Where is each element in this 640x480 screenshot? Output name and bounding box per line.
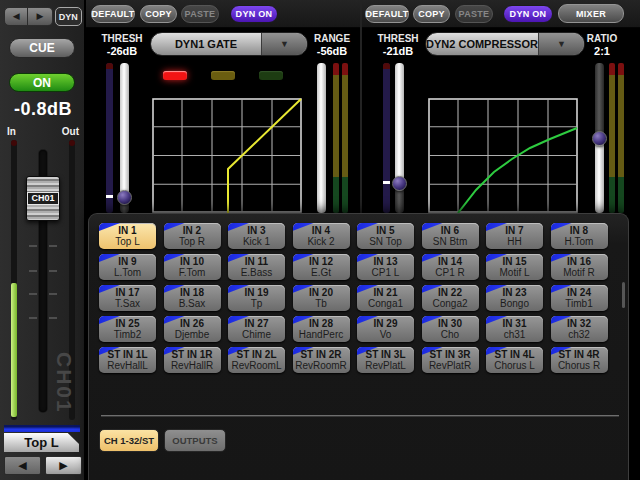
- panel-scrollbar[interactable]: [622, 282, 625, 308]
- channel-button-in-2[interactable]: IN 2Top R: [164, 223, 221, 249]
- channel-name: Bongo: [500, 298, 529, 309]
- next-channel-button[interactable]: ▶: [28, 7, 52, 26]
- fader-scale-tick: [49, 293, 57, 295]
- channel-button-in-18[interactable]: IN 18B.Sax: [164, 285, 221, 311]
- channel-button-in-21[interactable]: IN 21Conga1: [357, 285, 414, 311]
- channel-button-in-14[interactable]: IN 14CP1 R: [422, 254, 479, 280]
- channel-button-in-15[interactable]: IN 15Motif L: [486, 254, 543, 280]
- channel-id: ST IN 1R: [171, 349, 212, 360]
- dyn1-range-slider-track[interactable]: [317, 63, 326, 213]
- channel-button-in-29[interactable]: IN 29Vo: [357, 316, 414, 342]
- channel-color-tag: [99, 223, 120, 231]
- channel-button-in-12[interactable]: IN 12E.Gt: [293, 254, 350, 280]
- channel-name: ch31: [504, 329, 526, 340]
- dyn1-thresh-knob[interactable]: [117, 190, 132, 205]
- channel-button-st-in-3l[interactable]: ST IN 3LRevPlatL: [357, 347, 414, 373]
- left-arrow-icon: ◀: [13, 11, 20, 21]
- dyn1-default-button[interactable]: DEFAULT: [91, 5, 135, 23]
- channel-button-in-22[interactable]: IN 22Conga2: [422, 285, 479, 311]
- dyn1-type-arrow-button[interactable]: ▼: [261, 33, 307, 55]
- step-prev-button[interactable]: ◀: [4, 456, 41, 475]
- channel-id: IN 1: [118, 225, 136, 236]
- dyn1-on-button[interactable]: DYN ON: [230, 5, 278, 23]
- dyn2-thresh-slider-track[interactable]: [395, 63, 404, 183]
- channel-color-tag: [164, 223, 185, 231]
- channel-button-st-in-1r[interactable]: ST IN 1RRevHallR: [164, 347, 221, 373]
- channel-button-in-25[interactable]: IN 25Timb2: [99, 316, 156, 342]
- channel-button-in-26[interactable]: IN 26Djembe: [164, 316, 221, 342]
- channel-id: IN 23: [503, 287, 527, 298]
- channel-button-in-10[interactable]: IN 10F.Tom: [164, 254, 221, 280]
- prev-channel-button[interactable]: ◀: [4, 7, 28, 26]
- meter-out-label: Out: [62, 126, 79, 137]
- fader-scale-tick: [29, 317, 37, 319]
- step-next-button[interactable]: ▶: [45, 456, 82, 475]
- channel-button-in-19[interactable]: IN 19Tp: [228, 285, 285, 311]
- channel-button-st-in-3r[interactable]: ST IN 3RRevPlatR: [422, 347, 479, 373]
- channel-button-st-in-2l[interactable]: ST IN 2LRevRoomL: [228, 347, 285, 373]
- channel-button-in-8[interactable]: IN 8H.Tom: [551, 223, 608, 249]
- channel-button-in-27[interactable]: IN 27Chime: [228, 316, 285, 342]
- dyn2-type-arrow-button[interactable]: ▼: [538, 33, 584, 55]
- dyn2-on-button[interactable]: DYN ON: [503, 5, 553, 23]
- mixer-button[interactable]: MIXER: [558, 4, 624, 23]
- channel-select-panel: IN 1Top LIN 2Top RIN 3Kick 1IN 4Kick 2IN…: [88, 213, 629, 480]
- dyn2-ratio-slider-track[interactable]: [595, 63, 604, 138]
- channel-button-st-in-2r[interactable]: ST IN 2RRevRoomR: [293, 347, 350, 373]
- channel-fader-handle[interactable]: CH01: [26, 176, 60, 221]
- right-arrow-icon: ▶: [37, 11, 44, 21]
- channel-button-in-13[interactable]: IN 13CP1 L: [357, 254, 414, 280]
- channel-button-in-6[interactable]: IN 6SN Btm: [422, 223, 479, 249]
- dyn2-paste-button[interactable]: PASTE: [455, 5, 493, 23]
- dyn2-thresh-knob[interactable]: [392, 176, 407, 191]
- dyn-tab-button[interactable]: DYN: [55, 7, 82, 26]
- dyn2-copy-button[interactable]: COPY: [413, 5, 450, 23]
- dyn2-thresh-value: -21dB: [372, 45, 424, 57]
- channel-button-st-in-4r[interactable]: ST IN 4RChorus R: [551, 347, 608, 373]
- gr-base-segment: [618, 177, 624, 213]
- channel-button-in-7[interactable]: IN 7HH: [486, 223, 543, 249]
- channel-button-in-20[interactable]: IN 20Tb: [293, 285, 350, 311]
- channel-color-tag: [293, 223, 314, 231]
- dyn2-ratio-knob[interactable]: [592, 131, 607, 146]
- dyn1-thresh-slider-track[interactable]: [120, 63, 129, 198]
- tab-ch-1-32-st[interactable]: CH 1-32/ST: [99, 429, 159, 452]
- dyn2-ratio-slider-track[interactable]: [595, 138, 604, 213]
- channel-button-in-4[interactable]: IN 4Kick 2: [293, 223, 350, 249]
- channel-id: IN 16: [567, 256, 591, 267]
- tab-outputs[interactable]: OUTPUTS: [164, 429, 226, 452]
- channel-id: IN 32: [567, 318, 591, 329]
- channel-button-in-30[interactable]: IN 30Cho: [422, 316, 479, 342]
- cue-button[interactable]: CUE: [9, 38, 75, 58]
- channel-button-in-16[interactable]: IN 16Motif R: [551, 254, 608, 280]
- channel-button-in-1[interactable]: IN 1Top L: [99, 223, 156, 249]
- channel-color-bar: [4, 425, 80, 432]
- channel-name-plate: Top L: [4, 433, 79, 452]
- channel-name: E.Gt: [311, 267, 331, 278]
- dyn1-copy-button[interactable]: COPY: [140, 5, 177, 23]
- channel-button-st-in-1l[interactable]: ST IN 1LRevHallL: [99, 347, 156, 373]
- channel-button-st-in-4l[interactable]: ST IN 4LChorus L: [486, 347, 543, 373]
- channel-name: L.Tom: [114, 267, 141, 278]
- channel-name: Motif L: [499, 267, 529, 278]
- dyn2-default-button[interactable]: DEFAULT: [365, 5, 409, 23]
- channel-button-in-11[interactable]: IN 11E.Bass: [228, 254, 285, 280]
- channel-button-in-3[interactable]: IN 3Kick 1: [228, 223, 285, 249]
- channel-id: ST IN 4R: [558, 349, 599, 360]
- channel-button-in-23[interactable]: IN 23Bongo: [486, 285, 543, 311]
- dyn1-paste-button[interactable]: PASTE: [181, 5, 219, 23]
- channel-button-in-28[interactable]: IN 28HandPerc: [293, 316, 350, 342]
- channel-name: Conga1: [368, 298, 403, 309]
- channel-button-in-5[interactable]: IN 5SN Top: [357, 223, 414, 249]
- channel-id: IN 2: [183, 225, 201, 236]
- gr-body-segment: [609, 75, 615, 177]
- channel-button-in-9[interactable]: IN 9L.Tom: [99, 254, 156, 280]
- channel-button-in-17[interactable]: IN 17T.Sax: [99, 285, 156, 311]
- channel-button-in-31[interactable]: IN 31ch31: [486, 316, 543, 342]
- channel-button-in-32[interactable]: IN 32ch32: [551, 316, 608, 342]
- channel-name: RevHallL: [107, 360, 148, 371]
- dyn1-type-select[interactable]: DYN1 GATE ▼: [150, 32, 308, 56]
- on-button[interactable]: ON: [9, 73, 75, 92]
- channel-button-in-24[interactable]: IN 24Timb1: [551, 285, 608, 311]
- dyn2-type-select[interactable]: DYN2 COMPRESSOR ▼: [425, 32, 585, 56]
